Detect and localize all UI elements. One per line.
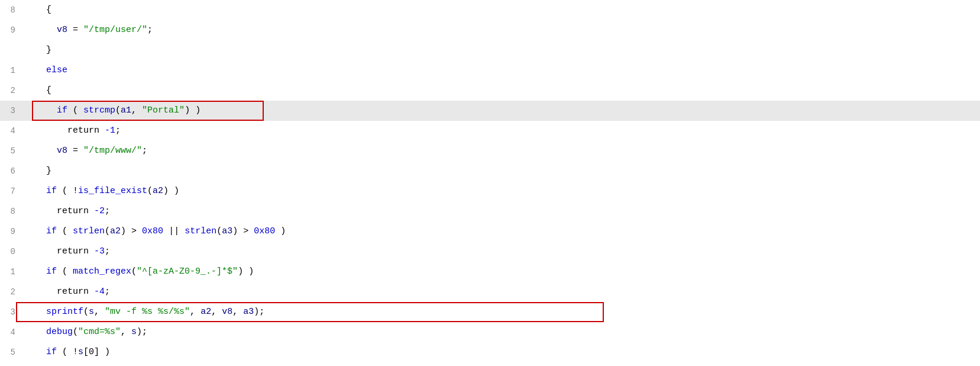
token-plain	[25, 105, 57, 115]
line-number: 5	[0, 348, 21, 357]
token-str: "cmd=%s"	[78, 327, 121, 337]
line-content: {	[21, 81, 51, 101]
token-plain: {	[25, 85, 51, 95]
token-var: a3	[243, 307, 254, 317]
token-var: v8	[222, 307, 232, 317]
token-fn: match_regex	[73, 267, 131, 277]
token-plain: (	[57, 267, 73, 277]
token-plain	[25, 25, 57, 35]
code-line: 8 {	[0, 0, 980, 20]
line-number: 5	[0, 146, 21, 156]
token-plain: (	[131, 267, 137, 277]
line-number: 3	[0, 307, 21, 317]
line-content: return -1;	[21, 362, 110, 366]
line-number: 7	[0, 187, 21, 196]
token-plain	[25, 65, 46, 75]
token-str: "mv -f %s %s/%s"	[105, 307, 190, 317]
token-var: a2	[200, 307, 211, 317]
line-content: else	[21, 60, 67, 81]
token-num: -3	[94, 246, 105, 256]
token-kw: if	[46, 226, 57, 236]
token-plain	[25, 267, 46, 277]
line-number: 9	[0, 227, 21, 236]
token-plain: return	[25, 246, 94, 256]
token-plain: (	[105, 226, 110, 236]
line-content: sprintf(s, "mv -f %s %s/%s", a2, v8, a3)…	[21, 302, 264, 322]
token-plain: ) >	[232, 226, 254, 236]
code-line: 3 if ( strcmp(a1, "Portal") )	[0, 101, 980, 121]
code-line: 3 sprintf(s, "mv -f %s %s/%s", a2, v8, a…	[0, 302, 980, 322]
token-plain: (	[83, 307, 89, 317]
line-number: 4	[0, 126, 21, 136]
line-content: return -2;	[21, 201, 110, 221]
token-var: a2	[110, 226, 121, 236]
code-line: 1 else	[0, 60, 980, 81]
code-line: 4 return -1;	[0, 121, 980, 141]
line-content: v8 = "/tmp/www/";	[21, 141, 147, 161]
token-num: 0x80	[254, 226, 275, 236]
code-line: 5 v8 = "/tmp/www/";	[0, 141, 980, 161]
line-number: 4	[0, 328, 21, 337]
line-content: if ( strcmp(a1, "Portal") )	[21, 101, 200, 121]
code-line: 9 v8 = "/tmp/user/";	[0, 20, 980, 40]
line-number: 2	[0, 287, 21, 297]
token-var: a3	[222, 226, 232, 236]
line-number: 1	[0, 66, 21, 75]
token-str: "^[a-zA-Z0-9_.-]*$"	[137, 267, 238, 277]
token-plain	[25, 347, 46, 357]
token-plain: ;	[105, 287, 110, 297]
token-var: s	[78, 347, 83, 357]
token-plain: )	[275, 226, 286, 236]
token-plain: }	[25, 166, 51, 176]
code-line: 1 if ( match_regex("^[a-zA-Z0-9_.-]*$") …	[0, 262, 980, 282]
token-kw: if	[57, 105, 67, 115]
token-plain: ,	[232, 307, 243, 317]
token-plain: ,	[211, 307, 222, 317]
line-content: return -3;	[21, 242, 110, 262]
token-plain: ) )	[185, 105, 200, 115]
token-kw: if	[46, 267, 57, 277]
line-content: debug("cmd=%s", s);	[21, 322, 147, 342]
line-content: }	[21, 161, 51, 181]
token-plain: (	[216, 226, 222, 236]
token-plain: ;	[105, 246, 110, 256]
line-content: if ( !is_file_exist(a2) )	[21, 181, 179, 201]
token-fn: is_file_exist	[78, 186, 147, 196]
token-plain: ,	[94, 307, 105, 317]
token-num: -2	[94, 206, 105, 216]
token-plain: =	[67, 146, 83, 156]
token-str: "Portal"	[142, 105, 185, 115]
code-line: 6 return -1;	[0, 362, 980, 366]
token-plain: return	[25, 126, 105, 136]
line-content: v8 = "/tmp/user/";	[21, 20, 153, 40]
line-number: 8	[0, 5, 21, 15]
token-plain: ;	[147, 25, 153, 35]
line-content: return -1;	[21, 121, 121, 141]
token-plain: (	[67, 105, 83, 115]
token-plain: (	[73, 327, 78, 337]
token-plain: );	[137, 327, 147, 337]
token-var: a1	[121, 105, 131, 115]
token-plain	[25, 146, 57, 156]
line-number: 6	[0, 166, 21, 176]
token-plain: }	[25, 45, 51, 55]
token-plain: ,	[121, 327, 131, 337]
token-plain	[25, 307, 46, 317]
token-plain: ) >	[121, 226, 142, 236]
token-plain: [0] )	[83, 347, 110, 357]
line-number: 0	[0, 247, 21, 256]
code-viewer: 8 {9 v8 = "/tmp/user/"; }1 else2 {3 if (…	[0, 0, 980, 366]
line-content: }	[21, 40, 51, 60]
token-fn: debug	[46, 327, 73, 337]
token-plain: ;	[142, 146, 147, 156]
token-var: a2	[153, 186, 163, 196]
token-str: "/tmp/www/"	[83, 146, 142, 156]
token-plain: ) )	[163, 186, 179, 196]
code-line: 8 return -2;	[0, 201, 980, 221]
token-plain: {	[25, 5, 51, 15]
token-plain: ,	[131, 105, 142, 115]
code-line: 2 return -4;	[0, 282, 980, 302]
token-num: 0x80	[142, 226, 163, 236]
token-fn: strlen	[185, 226, 216, 236]
code-line: 0 return -3;	[0, 242, 980, 262]
